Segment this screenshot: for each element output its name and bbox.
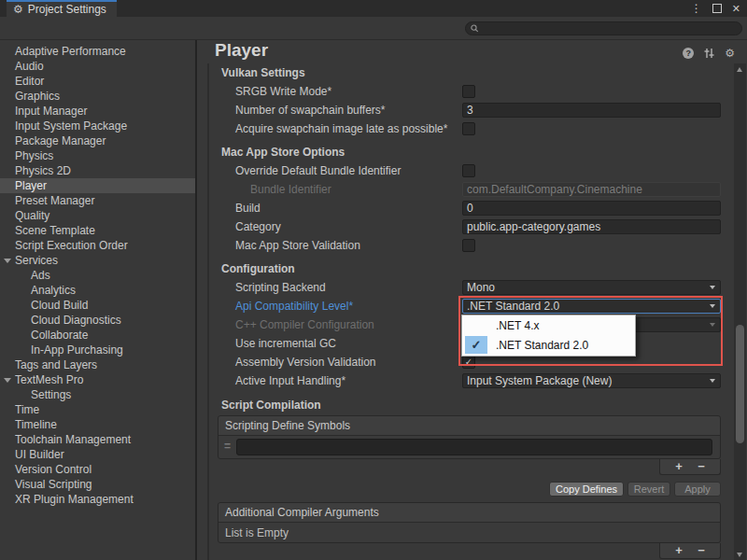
chevron-down-icon	[710, 379, 715, 383]
add-button[interactable]: +	[675, 460, 683, 473]
sidebar-item-audio[interactable]: Audio	[0, 59, 195, 74]
assembly-version-validation-label: Assembly Version Validation	[235, 356, 376, 369]
popup-item-netstandard20[interactable]: ✓ .NET Standard 2.0	[462, 335, 635, 355]
override-bundle-identifier-checkbox[interactable]	[462, 164, 475, 177]
scroll-down-icon[interactable]	[737, 553, 742, 557]
scripting-define-symbols-header: Scripting Define Symbols	[218, 416, 720, 436]
srgb-write-mode-label: SRGB Write Mode*	[235, 85, 331, 98]
sidebar-item-cloud-build[interactable]: Cloud Build	[0, 298, 195, 313]
category-field[interactable]	[462, 219, 721, 234]
sidebar-item-input-system-package[interactable]: Input System Package	[0, 119, 195, 133]
build-field[interactable]	[462, 201, 721, 216]
tab-project-settings[interactable]: ⚙ Project Settings	[7, 0, 117, 17]
sidebar-item-in-app-purchasing[interactable]: In-App Purchasing	[0, 343, 195, 357]
bundle-identifier-label: Bundle Identifier	[250, 183, 331, 196]
compiler-arguments-list-footer: + −	[659, 543, 721, 559]
remove-button[interactable]: −	[698, 544, 705, 557]
acquire-swapchain-checkbox[interactable]	[462, 122, 475, 135]
search-box[interactable]	[465, 21, 742, 35]
foldout-triangle-icon[interactable]	[4, 378, 11, 383]
sidebar-item-time[interactable]: Time	[0, 402, 195, 417]
checkmark-icon: ✓	[465, 336, 487, 354]
sidebar-item-visual-scripting[interactable]: Visual Scripting	[0, 477, 195, 492]
sidebar-item-label: Timeline	[15, 418, 57, 431]
sidebar-item-preset-manager[interactable]: Preset Manager	[0, 193, 195, 208]
remove-button[interactable]: −	[698, 460, 705, 473]
apply-button: Apply	[674, 482, 721, 497]
sidebar-item-editor[interactable]: Editor	[0, 74, 195, 89]
toolbar	[0, 17, 747, 40]
define-symbols-list-footer: + −	[659, 459, 721, 475]
revert-button: Revert	[627, 482, 670, 497]
sidebar-item-label: Visual Scripting	[15, 478, 92, 491]
sidebar-item-physics-2d[interactable]: Physics 2D	[0, 163, 195, 178]
sidebar-item-analytics[interactable]: Analytics	[0, 283, 195, 298]
sidebar-item-input-manager[interactable]: Input Manager	[0, 104, 195, 119]
sidebar-item-label: Version Control	[15, 463, 92, 476]
sidebar-item-ui-builder[interactable]: UI Builder	[0, 447, 195, 462]
add-button[interactable]: +	[675, 544, 683, 557]
sidebar-item-xr-plugin-management[interactable]: XR Plugin Management	[0, 492, 195, 507]
search-icon	[471, 24, 479, 33]
maximize-icon[interactable]	[712, 4, 722, 13]
assembly-version-validation-checkbox[interactable]: ✓	[462, 356, 475, 369]
api-compatibility-dropdown[interactable]: .NET Standard 2.0	[462, 299, 721, 314]
use-incremental-gc-label: Use incremental GC	[235, 337, 336, 350]
settings-category-sidebar: Adaptive PerformanceAudioEditorGraphicsI…	[0, 40, 197, 560]
gear-icon[interactable]: ⚙	[725, 48, 735, 59]
search-input[interactable]	[479, 23, 737, 35]
vertical-scrollbar[interactable]	[734, 63, 746, 560]
api-compatibility-label: Api Compatibility Level*	[235, 300, 353, 313]
sidebar-item-script-execution-order[interactable]: Script Execution Order	[0, 238, 195, 253]
close-icon[interactable]: ✕	[732, 4, 740, 14]
popup-item-net4x[interactable]: .NET 4.x	[462, 315, 635, 335]
scroll-up-icon[interactable]	[737, 67, 742, 72]
sidebar-item-services[interactable]: Services	[0, 253, 195, 268]
acquire-swapchain-label: Acquire swapchain image late as possible…	[235, 122, 447, 135]
swapchain-buffers-field[interactable]	[462, 103, 721, 118]
sidebar-item-graphics[interactable]: Graphics	[0, 89, 195, 104]
presets-icon[interactable]	[703, 48, 715, 59]
copy-defines-button[interactable]: Copy Defines	[549, 482, 624, 497]
drag-handle-icon[interactable]: =	[224, 440, 231, 453]
scrollbar-thumb[interactable]	[736, 325, 744, 443]
sidebar-item-player[interactable]: Player	[0, 178, 195, 193]
sidebar-item-adaptive-performance[interactable]: Adaptive Performance	[0, 44, 195, 59]
sidebar-item-label: Toolchain Management	[15, 433, 131, 446]
sidebar-item-ads[interactable]: Ads	[0, 268, 195, 283]
window-menu-icon[interactable]: ⋮	[691, 3, 702, 14]
cpp-compiler-configuration-label: C++ Compiler Configuration	[235, 318, 374, 331]
sidebar-item-settings[interactable]: Settings	[0, 387, 195, 402]
sidebar-item-label: Ads	[31, 269, 50, 282]
scripting-backend-dropdown[interactable]: Mono	[462, 280, 721, 295]
srgb-write-mode-checkbox[interactable]	[462, 85, 475, 98]
sidebar-item-physics[interactable]: Physics	[0, 148, 195, 163]
sidebar-item-package-manager[interactable]: Package Manager	[0, 133, 195, 148]
sidebar-item-tags-and-layers[interactable]: Tags and Layers	[0, 357, 195, 372]
sidebar-item-cloud-diagnostics[interactable]: Cloud Diagnostics	[0, 313, 195, 328]
window-controls: ⋮ ✕	[691, 0, 740, 17]
foldout-triangle-icon[interactable]	[4, 259, 11, 263]
mac-app-store-validation-checkbox[interactable]	[462, 239, 475, 252]
sidebar-item-scene-template[interactable]: Scene Template	[0, 223, 195, 238]
content-divider	[207, 63, 209, 560]
section-header-script-compilation: Script Compilation	[221, 399, 321, 412]
sidebar-item-quality[interactable]: Quality	[0, 208, 195, 223]
sidebar-item-textmesh-pro[interactable]: TextMesh Pro	[0, 372, 195, 387]
sidebar-item-collaborate[interactable]: Collaborate	[0, 328, 195, 343]
sidebar-item-timeline[interactable]: Timeline	[0, 417, 195, 432]
sidebar-item-label: Physics	[15, 149, 53, 162]
sidebar-item-label: Cloud Build	[31, 299, 88, 312]
help-icon[interactable]: ?	[683, 48, 694, 59]
additional-compiler-arguments-list: Additional Compiler Arguments List is Em…	[218, 502, 721, 543]
active-input-handling-dropdown[interactable]: Input System Package (New)	[462, 373, 721, 388]
additional-compiler-arguments-header: Additional Compiler Arguments	[218, 503, 720, 523]
sidebar-item-label: Collaborate	[31, 329, 88, 342]
active-input-handling-label: Active Input Handling*	[235, 374, 345, 387]
define-symbol-row[interactable]: =	[218, 436, 720, 459]
sidebar-item-label: Input System Package	[15, 119, 127, 133]
sidebar-item-version-control[interactable]: Version Control	[0, 462, 195, 477]
define-symbol-field[interactable]	[236, 439, 712, 455]
category-label: Category	[235, 220, 281, 233]
sidebar-item-toolchain-management[interactable]: Toolchain Management	[0, 432, 195, 447]
